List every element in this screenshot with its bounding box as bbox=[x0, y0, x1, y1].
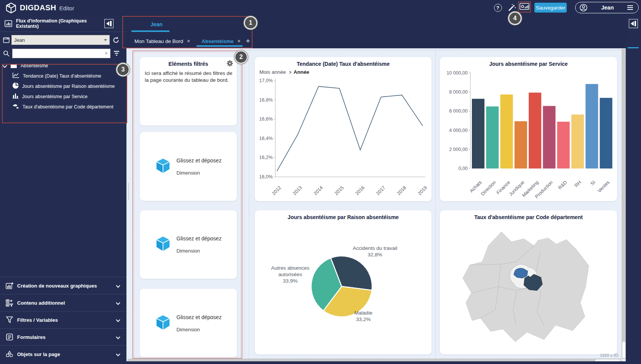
refresh-icon[interactable] bbox=[112, 37, 120, 44]
tree-folder-absenteisme[interactable]: Absentéisme bbox=[0, 61, 126, 71]
gear-icon[interactable] bbox=[227, 60, 233, 68]
tree-item-raison[interactable]: Jours absentéisme par Raison absentéisme bbox=[0, 81, 126, 91]
hamburger-menu-icon[interactable] bbox=[627, 5, 633, 10]
sidebar-title: Flux d'information (Graphiques Existants… bbox=[16, 18, 104, 29]
filtered-elements-panel[interactable]: Eléments filtrés Ici sera affiché le rés… bbox=[140, 57, 237, 126]
horizontal-scrollbar[interactable] bbox=[127, 359, 622, 361]
svg-text:10 000,00: 10 000,00 bbox=[446, 70, 468, 76]
line-chart-card[interactable]: Tendance (Date) Taux d'absentéisme Mois … bbox=[255, 57, 432, 201]
map-chart-title: Taux d'absentéisme par Code département bbox=[440, 214, 617, 220]
clear-search-icon[interactable]: × bbox=[105, 50, 108, 56]
bar-chart: 10 000,008 000,006 000,004 000,002 000,0… bbox=[440, 57, 617, 201]
dimension-dropzone[interactable]: Glissez et déposez Dimension bbox=[140, 210, 237, 279]
panel-resize-handle[interactable] bbox=[128, 183, 129, 200]
user-menu[interactable]: Jean bbox=[575, 2, 639, 13]
svg-text:2012: 2012 bbox=[271, 185, 283, 196]
svg-text:2014: 2014 bbox=[313, 185, 324, 196]
chevron-down-icon bbox=[116, 300, 120, 305]
snapshot-annotation-box bbox=[518, 2, 531, 13]
section-formulaires[interactable]: Formulaires bbox=[0, 328, 126, 345]
search-row: × bbox=[0, 48, 126, 59]
additional-content-icon bbox=[5, 299, 14, 307]
bar-chart-card[interactable]: Jours absentéisme par Service 10 000,008… bbox=[440, 57, 617, 201]
app-logo-text: DIGDASH bbox=[20, 3, 56, 12]
chevron-down-icon bbox=[2, 63, 7, 68]
close-tab-icon[interactable]: × bbox=[187, 38, 190, 44]
section-filtres-variables[interactable]: Filtres / Variables bbox=[0, 311, 126, 328]
tab-mon-tableau-de-bord[interactable]: Mon Tableau de Bord × bbox=[134, 38, 190, 44]
svg-text:0,00: 0,00 bbox=[459, 166, 468, 171]
form-icon bbox=[5, 334, 14, 340]
search-input[interactable] bbox=[15, 51, 105, 56]
cube-select-value: Jean bbox=[14, 37, 25, 43]
chevron-down-icon bbox=[104, 39, 107, 41]
vertical-scroll-thumb[interactable] bbox=[622, 342, 625, 358]
map-highlight-paris[interactable] bbox=[514, 268, 528, 278]
right-panel-collapse-icon[interactable] bbox=[629, 19, 638, 28]
save-button[interactable]: Sauvegarder bbox=[534, 3, 567, 13]
svg-text:8 000,00: 8 000,00 bbox=[449, 89, 468, 95]
cube-select[interactable]: Jean bbox=[11, 35, 110, 45]
page-tab-active-indicator bbox=[197, 45, 243, 47]
close-tab-icon[interactable]: × bbox=[237, 38, 240, 44]
filter-list-icon[interactable] bbox=[113, 51, 120, 56]
filtered-elements-description: Ici sera affiché le résumé des filtres d… bbox=[145, 70, 233, 84]
right-panel-rail bbox=[626, 15, 641, 364]
flows-icon bbox=[5, 20, 12, 27]
cube-icon bbox=[155, 157, 171, 176]
tab-dashboard-jean[interactable]: Jean bbox=[150, 21, 163, 27]
section-creation-graphiques[interactable]: Création de nouveaux graphiques bbox=[0, 277, 126, 294]
help-icon[interactable]: ? bbox=[493, 3, 503, 13]
dimension-dropzone[interactable]: Glissez et déposez Dimension bbox=[140, 289, 237, 358]
svg-text:2017: 2017 bbox=[375, 185, 387, 196]
cube-selector-row: Jean bbox=[0, 34, 126, 46]
map-chart-card[interactable]: Taux d'absentéisme par Code département bbox=[440, 210, 617, 354]
sidebar-sections: Création de nouveaux graphiques Contenu … bbox=[0, 277, 126, 362]
section-objets-page[interactable]: Objets sur la page bbox=[0, 345, 126, 362]
new-chart-icon bbox=[5, 282, 14, 289]
digdash-editor-window: DIGDASH Editor ? bbox=[0, 0, 641, 364]
data-window-icon bbox=[3, 37, 10, 43]
cube-icon bbox=[155, 314, 171, 332]
magic-wand-icon[interactable] bbox=[507, 3, 517, 13]
pie-chart-card[interactable]: Jours absentéisme par Raison absentéisme… bbox=[255, 210, 432, 354]
svg-text:16,8%: 16,8% bbox=[259, 97, 273, 103]
chevron-down-icon bbox=[116, 283, 120, 288]
vertical-scrollbar[interactable] bbox=[622, 49, 626, 359]
svg-text:Direction: Direction bbox=[480, 180, 497, 197]
horizontal-scroll-thumb[interactable] bbox=[595, 359, 620, 362]
svg-text:16,4%: 16,4% bbox=[259, 136, 273, 141]
section-contenu-additionnel[interactable]: Contenu additionnel bbox=[0, 294, 126, 311]
svg-text:R&D: R&D bbox=[557, 180, 568, 191]
svg-text:2018: 2018 bbox=[396, 185, 408, 196]
tree-item-service[interactable]: Jours absentéisme par Service bbox=[0, 91, 126, 102]
tab-absenteisme[interactable]: Absentéisme × bbox=[201, 38, 240, 44]
map-icon bbox=[13, 103, 19, 110]
snapshot-icon[interactable] bbox=[520, 3, 529, 12]
user-name: Jean bbox=[588, 5, 627, 11]
svg-text:2013: 2013 bbox=[292, 185, 303, 196]
bar-chart-icon bbox=[13, 93, 19, 100]
page-tabs: Mon Tableau de Bord × Absentéisme × + bbox=[134, 37, 250, 45]
svg-text:2015: 2015 bbox=[334, 185, 345, 196]
dashboard-tabstrip: Jean Mon Tableau de Bord × Absentéisme ×… bbox=[126, 15, 626, 48]
pie-label-accidents: Accidents du travail32,8% bbox=[342, 245, 408, 258]
tree-item-tendance[interactable]: Tendance (Date) Taux d'absentéisme bbox=[0, 71, 126, 81]
dashboard-size-indicator: 1920 x 93 bbox=[600, 353, 618, 358]
filtered-elements-title: Eléments filtrés bbox=[140, 61, 237, 67]
add-page-icon[interactable]: + bbox=[246, 37, 250, 45]
region-map bbox=[458, 229, 591, 343]
dimension-dropzone[interactable]: Glissez et déposez Dimension bbox=[140, 132, 237, 201]
shapes-icon bbox=[5, 351, 14, 358]
app-logo-subtitle: Editor bbox=[59, 5, 74, 11]
sidebar-header: Flux d'information (Graphiques Existants… bbox=[0, 15, 126, 32]
svg-text:2019: 2019 bbox=[417, 185, 428, 196]
sidebar-collapse-icon[interactable] bbox=[104, 19, 113, 28]
chevron-down-icon bbox=[116, 352, 120, 356]
right-rail-tab-indicator bbox=[628, 47, 639, 48]
column-separator bbox=[249, 51, 249, 358]
folder-icon bbox=[10, 63, 17, 68]
tree-item-departement[interactable]: Taux d'absentéisme par Code département bbox=[0, 102, 126, 112]
pie-label-maladie: Maladie33,2% bbox=[335, 310, 392, 323]
svg-text:17,0%: 17,0% bbox=[259, 78, 273, 83]
